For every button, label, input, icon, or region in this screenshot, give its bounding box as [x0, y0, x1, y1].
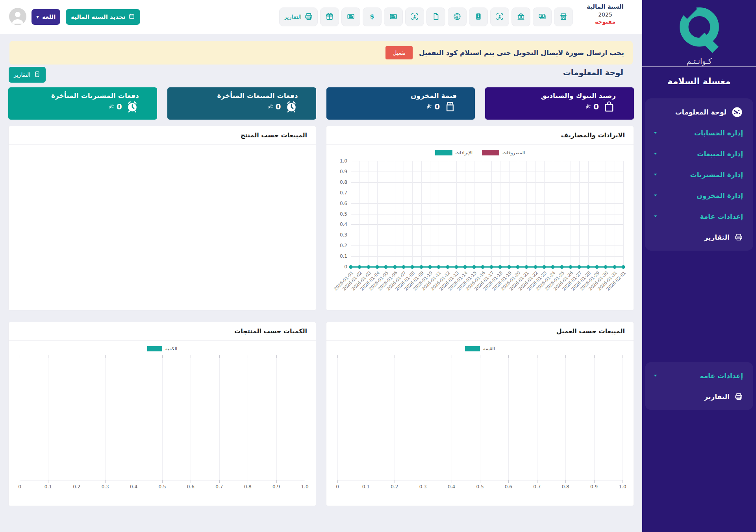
- box-icon: [443, 100, 457, 113]
- gift-button[interactable]: [320, 7, 339, 26]
- document-button[interactable]: [426, 7, 445, 26]
- gridline-vertical: [191, 355, 191, 480]
- chart-title: المبيعات حسب المنتج: [9, 126, 316, 145]
- revenue-line-series: [351, 266, 623, 268]
- gridline-vertical: [48, 355, 48, 480]
- chart-legend: القيمة: [326, 346, 634, 351]
- gridline-vertical: [20, 355, 20, 480]
- tick-mark: [248, 355, 248, 358]
- bank-button[interactable]: [511, 7, 530, 26]
- store-button[interactable]: [554, 7, 573, 26]
- data-point: [516, 265, 520, 269]
- x-axis-tick-label: 0.5: [158, 484, 166, 490]
- gridline-vertical: [412, 161, 413, 267]
- gridline-horizontal: [351, 172, 623, 172]
- sidebar-item-purchases[interactable]: إدارة المشتريات: [645, 164, 753, 185]
- tick-mark: [276, 480, 277, 483]
- stat-card-value: 0: [109, 102, 122, 111]
- gridline-vertical: [491, 161, 492, 267]
- sidebar-item-reports-2[interactable]: التقارير: [645, 386, 753, 407]
- sidebar-item-reports[interactable]: التقارير: [645, 227, 753, 248]
- data-point: [586, 265, 590, 269]
- stat-card-title: دفعات المشتريات المتأخرة: [14, 92, 139, 100]
- tick-mark: [508, 355, 509, 358]
- sidebar-item-dashboard[interactable]: لوحة المعلومات: [645, 102, 753, 122]
- language-button[interactable]: اللغة ▼: [32, 9, 60, 25]
- tick-mark: [452, 355, 452, 358]
- gridline-vertical: [597, 161, 597, 267]
- gridline-vertical: [430, 161, 430, 267]
- legend-item-quantity[interactable]: الكمية: [147, 346, 178, 351]
- cash-button[interactable]: $: [533, 7, 552, 26]
- invoice-icon: [346, 12, 355, 22]
- sidebar-item-general-settings-2[interactable]: إعدادات عامه: [645, 365, 753, 386]
- tick-mark: [105, 355, 106, 358]
- bank-icon: [517, 12, 525, 22]
- sidebar-item-label: التقارير: [704, 233, 730, 241]
- id-card-button[interactable]: [469, 7, 488, 26]
- customer-scan-button[interactable]: [405, 7, 424, 26]
- user-scan-button[interactable]: [490, 7, 509, 26]
- tick-mark: [248, 480, 248, 483]
- sidebar-item-label: إعدادات عامه: [700, 372, 743, 380]
- gridline-vertical: [439, 161, 439, 267]
- legend-item-value[interactable]: القيمة: [465, 346, 495, 351]
- sidebar-item-label: إدارة المخزون: [697, 192, 743, 200]
- legend-item-revenues[interactable]: الإيرادات: [435, 150, 472, 155]
- sidebar-item-general-settings[interactable]: إعدادات عامة: [645, 206, 753, 227]
- stat-card-title: دفعات المبيعات المتأخرة: [173, 92, 298, 100]
- sidebar-divider: [642, 66, 756, 67]
- sales-by-customer-chart-card: المبيعات حسب العميل القيمة 00.10.20.30.4…: [326, 322, 634, 506]
- topbar: السنة المالية 2025 مفتوحة $$$التقارير تح…: [0, 0, 642, 34]
- sidebar-item-accounts[interactable]: إدارة الحسابات: [645, 122, 753, 143]
- caret-down-icon: [653, 373, 658, 378]
- invoice-button[interactable]: [384, 7, 403, 26]
- legend-item-expenses[interactable]: المصروفات: [482, 150, 525, 155]
- bag-icon: [602, 100, 616, 113]
- sidebar-item-inventory[interactable]: إدارة المخزون: [645, 185, 753, 206]
- legend-swatch: [147, 346, 162, 351]
- invoice-icon: [389, 12, 398, 22]
- activate-button[interactable]: تفعيل: [385, 46, 413, 59]
- x-axis-tick-label: 0.3: [102, 484, 109, 490]
- gridline-vertical: [509, 161, 510, 267]
- data-point: [560, 265, 563, 269]
- gridline-vertical: [423, 355, 423, 480]
- riyal-icon: [586, 103, 591, 110]
- dollar-icon: $: [368, 12, 376, 22]
- tick-mark: [305, 355, 305, 358]
- x-axis-tick-label: 0.1: [362, 484, 370, 490]
- gridline-vertical: [219, 355, 220, 480]
- stat-card-value-row: 0: [14, 100, 139, 113]
- user-avatar[interactable]: [9, 8, 26, 25]
- y-axis-tick-label: 0.1: [340, 253, 347, 259]
- data-point: [384, 265, 388, 269]
- select-fiscal-year-button[interactable]: تحديد السنة المالية: [66, 9, 140, 25]
- caret-down-icon: [653, 193, 658, 198]
- gridline-vertical: [448, 161, 448, 267]
- y-axis-tick-label: 0.6: [340, 201, 347, 206]
- coin-dollar-button[interactable]: $: [448, 7, 467, 26]
- reports-button[interactable]: التقارير: [9, 67, 46, 83]
- x-axis-tick-label: 0.9: [272, 484, 280, 490]
- stat-card-value-row: 0: [491, 100, 616, 113]
- reports-button-label: التقارير: [284, 13, 302, 20]
- dollar-button[interactable]: $: [363, 7, 382, 26]
- data-point: [358, 265, 361, 269]
- stat-card-value: 0: [426, 102, 440, 111]
- chart-title: المبيعات حسب العميل: [326, 322, 634, 341]
- sidebar-item-sales[interactable]: إدارة المبيعات: [645, 143, 753, 164]
- y-axis-tick-label: 0.8: [340, 179, 347, 185]
- gift-icon: [325, 12, 334, 22]
- svg-text:$: $: [370, 13, 374, 20]
- gridline-vertical: [544, 161, 545, 267]
- tick-mark: [134, 355, 134, 358]
- gridline-horizontal: [351, 224, 623, 225]
- invoice-button[interactable]: [341, 7, 360, 26]
- q-logo-icon: [670, 5, 729, 55]
- alarm-clock-icon: [126, 100, 139, 113]
- activation-alert: يجب ارسال صورة لايصال التحويل حتى يتم اس…: [9, 41, 633, 65]
- reports-print-button[interactable]: التقارير: [279, 7, 318, 26]
- customer-scan-icon: [410, 12, 419, 22]
- gridline-vertical: [162, 355, 163, 480]
